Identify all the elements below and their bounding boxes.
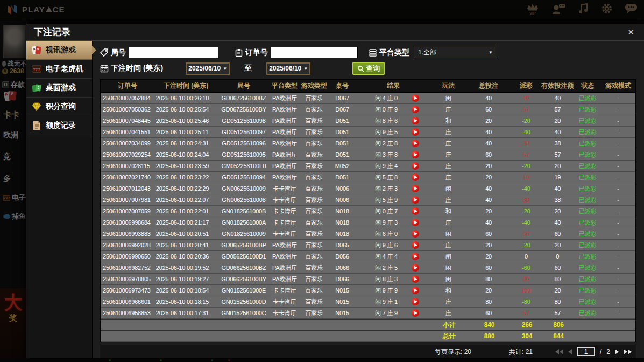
play-video-button[interactable] xyxy=(412,253,419,260)
cell-status: 已派彩 xyxy=(574,173,601,182)
cell-payout: -40 xyxy=(512,129,541,135)
cell-payout: 38 xyxy=(512,140,541,147)
play-video-button[interactable] xyxy=(412,241,419,249)
search-button[interactable]: 查询 xyxy=(352,62,385,75)
cell-play-type: 闲 xyxy=(431,264,466,272)
platform-layers-icon xyxy=(369,48,377,57)
cell-result: 闲 3 庄 8 xyxy=(356,151,431,159)
cell-result: 闲 6 庄 0 xyxy=(356,230,431,238)
play-video-button[interactable] xyxy=(412,162,419,170)
cell-platform-type: PA欧洲厅 xyxy=(270,264,299,272)
menu-item-slots[interactable]: 777电子老虎机 xyxy=(26,60,92,79)
play-video-button[interactable] xyxy=(412,173,419,181)
cell-round-id: GN0152561000D xyxy=(218,298,270,305)
play-video-button[interactable] xyxy=(412,275,419,283)
cell-game-mode: - xyxy=(601,129,635,135)
play-video-button[interactable] xyxy=(412,287,419,294)
cell-game-mode: - xyxy=(601,174,635,180)
cell-round-id: GN0182561000B xyxy=(218,208,270,214)
play-video-button[interactable] xyxy=(412,140,419,147)
header-game-type: 游戏类型 xyxy=(299,81,329,90)
cell-result: 闲 4 庄 0 xyxy=(356,94,431,102)
close-icon[interactable]: ✕ xyxy=(627,27,634,37)
play-video-button[interactable] xyxy=(412,207,419,215)
next-page-button[interactable] xyxy=(615,349,619,354)
page-number-input[interactable] xyxy=(577,347,595,356)
modal-title: 下注记录 xyxy=(26,24,644,40)
cell-game-mode: - xyxy=(601,117,635,124)
cell-bet-time: 2025-06-10 00:23:59 xyxy=(154,163,218,169)
cell-table-id: D065 xyxy=(329,242,356,248)
cell-game-type: 百家乐 xyxy=(299,196,329,204)
cell-round-id: GD067256100BZ xyxy=(218,95,270,101)
table-row: 2506100070503622025-06-10 00:25:54GD0672… xyxy=(101,104,635,115)
cell-game-mode: - xyxy=(601,219,635,226)
header-game-mode: 游戏模式 xyxy=(601,81,635,90)
cell-play-type: 庄 xyxy=(431,196,466,204)
cell-table-id: D051 xyxy=(329,140,356,147)
header-total-bet: 总投注 xyxy=(466,81,512,90)
cell-payout: -80 xyxy=(512,298,541,305)
play-video-button[interactable] xyxy=(412,264,419,272)
cell-bet-time: 2025-06-10 00:17:31 xyxy=(154,310,218,316)
header-table-id: 桌号 xyxy=(329,81,356,90)
cell-table-id: M052 xyxy=(329,163,356,169)
cell-game-type: 百家乐 xyxy=(299,275,329,283)
play-video-button[interactable] xyxy=(412,106,419,113)
cell-valid-bet: 20 xyxy=(541,163,574,169)
cell-result: 闲 0 庄 7 xyxy=(356,207,431,215)
platform-type-select[interactable]: 1.全部 ▼ xyxy=(414,47,497,58)
table-row: 2506100070484452025-06-10 00:25:46GD0512… xyxy=(101,115,635,127)
cell-game-mode: - xyxy=(601,151,635,158)
date-from-picker[interactable]: 2025/06/10 ▼ xyxy=(186,62,230,75)
table-row: 2506100070292542025-06-10 00:24:04GD0512… xyxy=(101,149,635,161)
play-video-button[interactable] xyxy=(412,94,419,102)
prev-page-button[interactable] xyxy=(568,349,572,354)
play-video-button[interactable] xyxy=(412,230,419,238)
cell-payout: 40 xyxy=(512,95,541,101)
play-video-button[interactable] xyxy=(412,196,419,204)
play-video-button[interactable] xyxy=(412,151,419,158)
play-video-button[interactable] xyxy=(412,117,419,124)
cell-platform-type: PA欧洲厅 xyxy=(270,253,299,261)
cell-status: 已派彩 xyxy=(574,219,601,227)
search-icon xyxy=(357,65,364,72)
menu-item-live-games[interactable]: K9视讯游戏 xyxy=(26,41,92,60)
play-video-button[interactable] xyxy=(412,185,419,192)
cell-valid-bet: 80 xyxy=(541,276,574,282)
svg-text:777: 777 xyxy=(33,67,40,72)
cell-total-bet: 20 xyxy=(466,163,512,169)
date-to-picker[interactable]: 2025/06/10 ▼ xyxy=(266,62,310,75)
cell-table-id: D066 xyxy=(329,264,356,271)
cell-bet-time: 2025-06-10 00:25:54 xyxy=(154,106,218,113)
cell-round-id: GD05125610097 xyxy=(218,129,270,135)
cell-game-mode: - xyxy=(601,276,635,282)
last-page-button[interactable] xyxy=(624,349,632,354)
cell-play-type: 庄 xyxy=(431,162,466,170)
first-page-button[interactable] xyxy=(555,349,563,354)
round-id-input[interactable] xyxy=(129,47,218,58)
order-id-input[interactable] xyxy=(271,47,358,58)
cell-game-mode: - xyxy=(601,253,635,260)
cell-game-mode: - xyxy=(601,163,635,169)
play-video-button[interactable] xyxy=(412,128,419,136)
cell-order-id: 250610006973473 xyxy=(101,287,154,294)
cell-payout: 160 xyxy=(512,287,541,294)
play-video-button[interactable] xyxy=(412,219,419,226)
cell-game-mode: - xyxy=(601,140,635,147)
date-range-to-label: 至 xyxy=(244,64,252,73)
table-row: 2506100069986842025-06-10 00:21:17GN0182… xyxy=(101,217,635,228)
cell-result: 闲 9 庄 9 xyxy=(356,287,431,295)
cell-play-type: 庄 xyxy=(431,140,466,148)
cell-payout: 80 xyxy=(512,276,541,282)
menu-item-points-query[interactable]: 积分查询 xyxy=(26,98,92,116)
modal-title-bar: 下注记录 ✕ xyxy=(26,24,644,41)
play-video-button[interactable] xyxy=(412,309,419,317)
menu-item-table-games[interactable]: 桌面游戏 xyxy=(26,79,92,98)
menu-item-quota-records[interactable]: 额度记录 xyxy=(26,116,92,135)
cell-valid-bet: 20 xyxy=(541,117,574,124)
table-row: 2506100069788052025-06-10 00:19:27GD0662… xyxy=(101,274,635,285)
cell-game-type: 百家乐 xyxy=(299,140,329,148)
cell-platform-type: PA欧洲厅 xyxy=(270,162,299,170)
play-video-button[interactable] xyxy=(412,298,419,305)
